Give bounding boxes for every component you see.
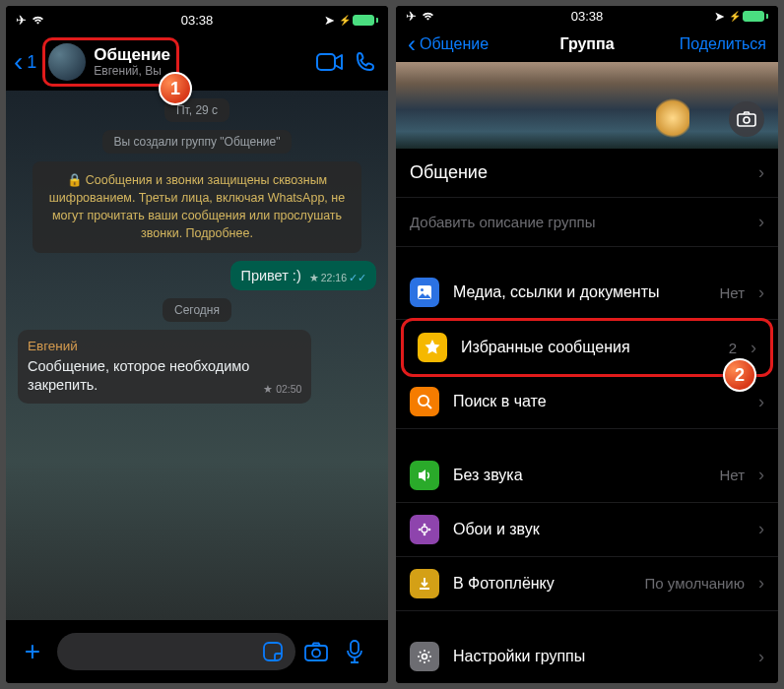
- chat-messages-area[interactable]: Пт, 29 с Вы создали группу "Общение" 🔒Со…: [6, 91, 388, 620]
- svg-point-9: [419, 396, 428, 406]
- chat-header-highlight: Общение Евгений, Вы 1: [42, 37, 179, 87]
- chat-navbar: ‹ 1 Общение Евгений, Вы 1: [6, 33, 388, 91]
- incoming-message[interactable]: Евгений Сообщение, которое необходимо за…: [18, 330, 311, 405]
- svg-rect-1: [264, 643, 282, 660]
- svg-point-14: [428, 528, 431, 531]
- starred-highlight: Избранные сообщения 2 › 2: [401, 318, 773, 377]
- step-badge-1: 1: [159, 72, 192, 105]
- back-count[interactable]: 1: [27, 52, 36, 73]
- group-name-section: Общение › Добавить описание группы ›: [396, 149, 778, 247]
- chat-title-block[interactable]: Общение Евгений, Вы: [94, 45, 170, 78]
- wallpaper-icon: [410, 515, 439, 544]
- today-separator: Сегодня: [163, 298, 231, 322]
- incoming-sender: Евгений: [28, 338, 301, 355]
- outgoing-message[interactable]: Привет :) ★ 22:16 ✓✓: [230, 261, 376, 290]
- svg-point-3: [312, 650, 320, 658]
- chat-subtitle: Евгений, Вы: [94, 65, 170, 79]
- svg-point-10: [422, 527, 427, 532]
- incoming-text: Сообщение, которое необходимо закрепить.: [28, 358, 249, 394]
- save-to-photos-row[interactable]: В Фотоплёнку По умолчанию ›: [396, 557, 778, 611]
- status-bar: ✈︎ 03:38 ➤ ⚡: [396, 6, 778, 27]
- svg-rect-5: [738, 114, 755, 126]
- wifi-icon: [31, 15, 45, 26]
- wallpaper-row[interactable]: Обои и звук ›: [396, 503, 778, 557]
- attach-button[interactable]: +: [16, 636, 49, 667]
- svg-rect-0: [317, 54, 335, 70]
- group-settings-section: Настройки группы ›: [396, 630, 778, 683]
- chevron-right-icon: ›: [758, 212, 764, 232]
- gear-icon: [410, 642, 439, 671]
- search-icon: [410, 387, 439, 416]
- group-name-row[interactable]: Общение ›: [396, 149, 778, 198]
- lock-icon: 🔒: [67, 173, 83, 187]
- starred-count: 2: [729, 340, 737, 356]
- svg-rect-4: [351, 641, 359, 654]
- save-label: В Фотоплёнку: [453, 575, 631, 593]
- media-icon: [410, 278, 439, 307]
- wifi-icon: [421, 11, 435, 22]
- read-receipt-icon: ✓✓: [349, 272, 366, 283]
- group-settings-label: Настройки группы: [453, 648, 745, 665]
- phone-left-chat: ✈︎ 03:38 ➤ ⚡ ‹ 1 Общение Евгений, Вы 1: [6, 6, 388, 683]
- media-value: Нет: [719, 284, 745, 301]
- search-label: Поиск в чате: [453, 393, 745, 410]
- share-button[interactable]: Поделиться: [680, 35, 766, 53]
- media-row[interactable]: Медиа, ссылки и документы Нет ›: [396, 266, 778, 320]
- group-settings-row[interactable]: Настройки группы ›: [396, 630, 778, 683]
- back-label: Общение: [420, 35, 489, 53]
- location-icon: ➤: [714, 9, 725, 24]
- group-name: Общение: [410, 162, 745, 183]
- encryption-text: Сообщения и звонки защищены сквозным шиф…: [49, 173, 345, 240]
- battery-icon: ⚡: [339, 15, 378, 26]
- svg-point-12: [424, 532, 426, 535]
- search-chat-row[interactable]: Поиск в чате ›: [396, 375, 778, 429]
- status-time: 03:38: [181, 13, 214, 28]
- step-badge-2: 2: [723, 358, 756, 392]
- group-avatar[interactable]: [48, 43, 86, 81]
- svg-point-6: [744, 117, 750, 123]
- sticker-icon[interactable]: [262, 641, 284, 662]
- back-button[interactable]: ‹ Общение: [408, 31, 489, 58]
- content-section: Медиа, ссылки и документы Нет › Избранны…: [396, 266, 778, 429]
- group-navbar: ‹ Общение Группа Поделиться: [396, 27, 778, 62]
- chevron-right-icon: ›: [758, 465, 764, 485]
- microphone-button[interactable]: [345, 639, 378, 664]
- location-icon: ➤: [324, 13, 335, 28]
- navbar-title: Группа: [559, 35, 614, 53]
- group-photo[interactable]: [396, 62, 778, 149]
- svg-point-15: [423, 655, 427, 659]
- chat-title: Общение: [94, 45, 170, 65]
- wallpaper-label: Обои и звук: [453, 521, 745, 538]
- add-description-row[interactable]: Добавить описание группы ›: [396, 198, 778, 247]
- battery-icon: ⚡: [729, 11, 768, 22]
- back-button[interactable]: ‹: [14, 46, 23, 78]
- starred-label: Избранные сообщения: [461, 339, 715, 356]
- message-input[interactable]: [57, 633, 295, 670]
- video-call-button[interactable]: [315, 47, 345, 77]
- outgoing-text: Привет :): [240, 268, 300, 283]
- airplane-icon: ✈︎: [16, 13, 27, 28]
- change-photo-button[interactable]: [729, 101, 764, 137]
- outgoing-time: 22:16: [321, 272, 347, 283]
- mute-label: Без звука: [453, 467, 705, 484]
- incoming-time: 02:50: [276, 383, 301, 395]
- encryption-notice[interactable]: 🔒Сообщения и звонки защищены сквозным ши…: [33, 161, 362, 253]
- chevron-right-icon: ›: [758, 519, 764, 539]
- settings-section: Без звука Нет › Обои и звук › В Фотоплён…: [396, 449, 778, 611]
- voice-call-button[interactable]: [351, 47, 380, 77]
- chat-input-bar: +: [6, 620, 388, 683]
- chevron-right-icon: ›: [758, 282, 764, 303]
- chevron-right-icon: ›: [758, 573, 764, 594]
- system-message: Вы создали группу "Общение": [102, 130, 293, 154]
- status-bar: ✈︎ 03:38 ➤ ⚡: [6, 6, 388, 33]
- mute-row[interactable]: Без звука Нет ›: [396, 449, 778, 503]
- star-icon: [418, 333, 447, 362]
- starred-messages-row[interactable]: Избранные сообщения 2 ›: [404, 321, 770, 374]
- add-description-label: Добавить описание группы: [410, 214, 596, 230]
- camera-button[interactable]: [303, 641, 337, 662]
- svg-point-11: [424, 523, 426, 526]
- svg-rect-2: [305, 646, 327, 660]
- airplane-icon: ✈︎: [406, 9, 417, 24]
- chevron-right-icon: ›: [758, 392, 764, 412]
- star-icon: ★: [309, 272, 319, 283]
